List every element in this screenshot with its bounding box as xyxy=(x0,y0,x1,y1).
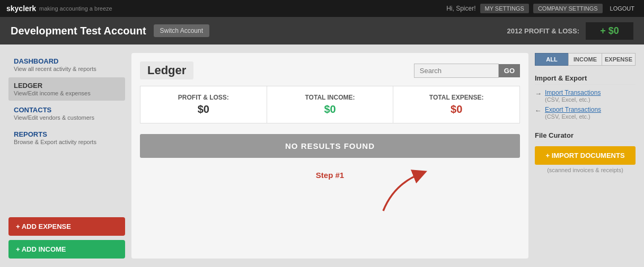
search-bar: GO xyxy=(414,64,520,78)
export-link-text: Export Transactions xyxy=(545,106,601,113)
import-arrow-icon: → xyxy=(535,90,542,97)
profit-loss-value: + $0 xyxy=(586,22,633,40)
account-bar: Development Test Account Switch Account … xyxy=(0,17,644,44)
export-link-sub: (CSV, Excel, etc.) xyxy=(545,113,601,120)
logout-button[interactable]: LOGOUT xyxy=(607,4,638,13)
profit-loss-stat-value: $0 xyxy=(149,103,258,115)
top-navigation: skyclerk making accounting a breeze Hi, … xyxy=(0,0,644,17)
sidebar-item-contacts[interactable]: CONTACTS View/Edit vendors & customers xyxy=(8,102,125,125)
logo-text: skyclerk xyxy=(6,4,36,13)
file-curator-section: File Curator + IMPORT DOCUMENTS (scanned… xyxy=(535,131,636,173)
filter-expense-button[interactable]: EXPENSE xyxy=(602,53,636,66)
logo-tagline: making accounting a breeze xyxy=(39,5,112,12)
filter-income-button[interactable]: INCOME xyxy=(568,53,602,66)
sidebar-contacts-title: CONTACTS xyxy=(14,106,120,114)
filter-all-button[interactable]: ALL xyxy=(535,53,568,66)
top-nav-actions: Hi, Spicer! MY SETTINGS COMPANY SETTINGS… xyxy=(446,4,638,13)
profit-loss-label: 2012 PROFIT & LOSS: xyxy=(507,27,579,35)
account-bar-left: Development Test Account Switch Account xyxy=(11,24,209,37)
main-layout: DASHBOARD View all recent activity & rep… xyxy=(0,44,644,267)
sidebar-item-ledger[interactable]: LEDGER View/Edit income & expenses xyxy=(8,77,125,101)
sidebar-item-dashboard[interactable]: DASHBOARD View all recent activity & rep… xyxy=(8,53,125,76)
sidebar: DASHBOARD View all recent activity & rep… xyxy=(8,53,125,259)
profit-loss-stat: PROFIT & LOSS: $0 xyxy=(140,86,267,123)
my-settings-button[interactable]: MY SETTINGS xyxy=(480,4,529,13)
logo-area: skyclerk making accounting a breeze xyxy=(6,4,112,13)
sidebar-reports-desc: Browse & Export activity reports xyxy=(14,139,120,145)
import-export-section: Import & Export → Import Transactions (C… xyxy=(535,74,636,123)
sidebar-contacts-desc: View/Edit vendors & customers xyxy=(14,114,120,121)
account-bar-right: 2012 PROFIT & LOSS: + $0 xyxy=(507,22,633,40)
search-go-button[interactable]: GO xyxy=(499,64,520,77)
import-link-sub: (CSV, Excel, etc.) xyxy=(545,96,601,103)
import-link-content: Import Transactions (CSV, Excel, etc.) xyxy=(545,89,601,103)
content-header: Ledger GO xyxy=(140,61,520,79)
add-expense-button[interactable]: + ADD EXPENSE xyxy=(8,217,125,236)
export-arrow-icon: → xyxy=(535,106,542,114)
step-annotation-container: Step #1 xyxy=(140,168,520,180)
right-panel: ALL INCOME EXPENSE Import & Export → Imp… xyxy=(535,53,636,259)
total-income-stat: TOTAL INCOME: $0 xyxy=(267,86,394,123)
search-input[interactable] xyxy=(414,64,499,78)
total-expense-stat-label: TOTAL EXPENSE: xyxy=(402,94,511,101)
main-content: Ledger GO PROFIT & LOSS: $0 TOTAL INCOME… xyxy=(131,53,528,259)
add-income-button[interactable]: + ADD INCOME xyxy=(8,240,125,259)
profit-loss-stat-label: PROFIT & LOSS: xyxy=(149,94,258,101)
greeting-text: Hi, Spicer! xyxy=(446,5,475,12)
company-settings-button[interactable]: COMPANY SETTINGS xyxy=(533,4,603,13)
sidebar-ledger-desc: View/Edit income & expenses xyxy=(14,90,120,96)
sidebar-dashboard-title: DASHBOARD xyxy=(14,57,120,65)
sidebar-reports-title: REPORTS xyxy=(14,130,120,138)
import-docs-sub-text: (scanned invoices & receipts) xyxy=(535,167,636,173)
export-transactions-link[interactable]: → Export Transactions (CSV, Excel, etc.) xyxy=(535,106,636,120)
file-curator-title: File Curator xyxy=(535,131,636,142)
page-title: Ledger xyxy=(140,61,193,79)
total-income-stat-label: TOTAL INCOME: xyxy=(276,94,385,101)
export-link-content: Export Transactions (CSV, Excel, etc.) xyxy=(545,106,601,120)
total-expense-stat: TOTAL EXPENSE: $0 xyxy=(393,86,519,123)
total-expense-stat-value: $0 xyxy=(402,103,511,115)
sidebar-dashboard-desc: View all recent activity & reports xyxy=(14,66,120,72)
import-documents-button[interactable]: + IMPORT DOCUMENTS xyxy=(535,146,636,165)
no-results-message: NO RESULTS FOUND xyxy=(140,134,520,158)
sidebar-item-reports[interactable]: REPORTS Browse & Export activity reports xyxy=(8,126,125,149)
import-link-text: Import Transactions xyxy=(545,89,601,96)
step-label: Step #1 xyxy=(140,171,520,180)
stats-row: PROFIT & LOSS: $0 TOTAL INCOME: $0 TOTAL… xyxy=(140,86,520,123)
import-transactions-link[interactable]: → Import Transactions (CSV, Excel, etc.) xyxy=(535,89,636,103)
total-income-stat-value: $0 xyxy=(276,103,385,115)
switch-account-button[interactable]: Switch Account xyxy=(154,24,209,37)
account-name: Development Test Account xyxy=(11,25,146,37)
import-export-title: Import & Export xyxy=(535,74,636,85)
filter-buttons: ALL INCOME EXPENSE xyxy=(535,53,636,66)
sidebar-ledger-title: LEDGER xyxy=(14,82,120,90)
